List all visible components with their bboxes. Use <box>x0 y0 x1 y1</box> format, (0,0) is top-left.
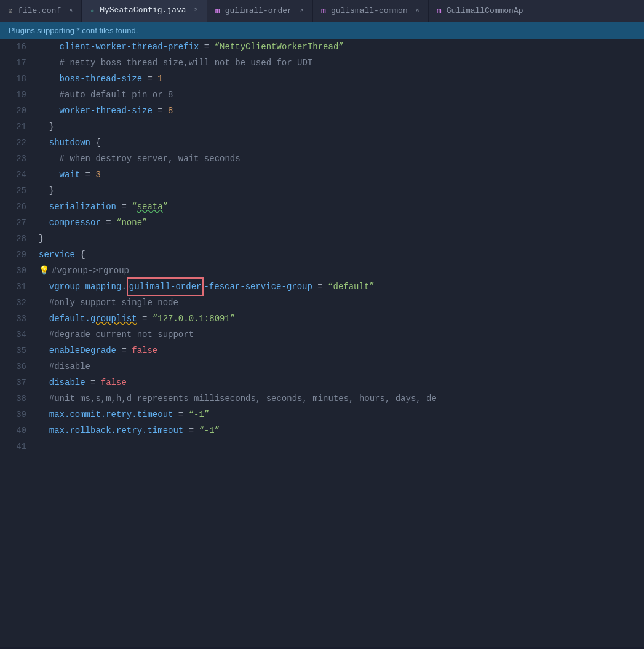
code-text: #auto default pin <box>39 87 153 103</box>
code-text: = <box>199 39 214 55</box>
code-line-27: compressor = “none” <box>34 215 644 231</box>
line-num-16: 16 <box>0 39 26 55</box>
code-text: 1 <box>157 71 162 87</box>
plugin-banner: Plugins supporting *.conf files found. <box>0 22 644 39</box>
tab-file-conf[interactable]: 🗎 file.conf × <box>0 0 82 22</box>
line-num-20: 20 <box>0 103 26 119</box>
code-area[interactable]: client-worker-thread-prefix = “NettyClie… <box>34 39 644 647</box>
m-icon-order: m <box>213 7 222 15</box>
code-text: “default” <box>328 279 375 295</box>
tab-label: gulimall-order <box>225 6 292 15</box>
line-num-38: 38 <box>0 391 26 407</box>
editor: 16 17 18 19 20 21 22 23 24 25 26 27 28 2… <box>0 39 644 647</box>
code-text: “NettyClientWorkerThread” <box>215 39 344 55</box>
tab-myseata-config[interactable]: ☕ MySeataConfig.java × <box>82 0 207 22</box>
code-text: boss-thread-size <box>39 71 142 87</box>
code-text: # when destroy server, wait seconds <box>39 151 241 167</box>
tab-label: GulimallCommonAp <box>447 6 523 15</box>
tab-close-gulimall-order[interactable]: × <box>298 7 306 15</box>
code-line-26: serialization = “seata” <box>34 199 644 215</box>
tab-bar: 🗎 file.conf × ☕ MySeataConfig.java × m g… <box>0 0 644 22</box>
line-num-23: 23 <box>0 151 26 167</box>
tab-label: file.conf <box>18 6 61 15</box>
code-text: “none” <box>116 215 147 231</box>
code-text <box>39 439 44 455</box>
code-line-37: disable = false <box>34 375 644 391</box>
code-text: client-worker-thread-prefix <box>39 39 199 55</box>
code-text: #only support single node <box>39 295 178 311</box>
code-text: shutdown <box>39 135 95 151</box>
code-text: -fescar-service-group <box>204 279 312 295</box>
tab-gulimall-common-app[interactable]: m GulimallCommonAp <box>429 0 530 22</box>
code-text: = <box>116 343 132 359</box>
code-text: = <box>137 311 153 327</box>
line-num-31: 31 <box>0 279 26 295</box>
code-line-25: } <box>34 183 644 199</box>
line-num-32: 32 <box>0 295 26 311</box>
code-text: #disable <box>39 359 90 375</box>
code-text: max.rollback.retry.timeout <box>39 423 183 439</box>
code-text: = <box>85 375 101 391</box>
code-text: enableDegrade <box>39 343 116 359</box>
code-text: = <box>183 423 199 439</box>
code-text: #unit ms,s,m,h,d represents milliseconds… <box>39 391 437 407</box>
code-line-39: max.commit.retry.timeout = “-1” <box>34 407 644 423</box>
code-text: “-1” <box>189 407 210 423</box>
code-line-36: #disable <box>34 359 644 375</box>
tab-close-myseata-config[interactable]: × <box>192 6 201 15</box>
code-line-29: service { <box>34 247 644 263</box>
code-text: { <box>95 135 100 151</box>
line-num-26: 26 <box>0 199 26 215</box>
line-num-34: 34 <box>0 327 26 343</box>
code-line-35: enableDegrade = false <box>34 343 644 359</box>
code-line-34: #degrade current not support <box>34 327 644 343</box>
file-icon: 🗎 <box>6 7 15 15</box>
line-num-30: 30 <box>0 263 26 279</box>
plugin-banner-text: Plugins supporting *.conf files found. <box>9 26 138 35</box>
code-text: 8 <box>163 87 173 103</box>
tab-label: MySeataConfig.java <box>100 6 186 15</box>
code-text: #vgroup->rgroup <box>52 263 129 279</box>
code-text: { <box>80 247 85 263</box>
code-text: = <box>80 167 95 183</box>
line-num-33: 33 <box>0 311 26 327</box>
code-line-40: max.rollback.retry.timeout = “-1” <box>34 423 644 439</box>
line-num-41: 41 <box>0 439 26 455</box>
code-text: = <box>101 215 116 231</box>
java-icon: ☕ <box>88 6 97 15</box>
tab-label: gulismall-common <box>331 6 408 15</box>
line-num-40: 40 <box>0 423 26 439</box>
code-line-30: 💡 #vgroup->rgroup <box>34 263 644 279</box>
code-text: = <box>173 407 188 423</box>
line-num-18: 18 <box>0 71 26 87</box>
code-text: } <box>39 183 54 199</box>
code-text: = <box>153 103 168 119</box>
tab-close-file-conf[interactable]: × <box>66 7 75 15</box>
code-text: serialization <box>39 199 116 215</box>
code-text: false <box>132 343 157 359</box>
code-line-17: # netty boss thread size,will not be use… <box>34 55 644 71</box>
code-text: “127.0.0.1:8091” <box>153 311 235 327</box>
highlighted-gulimall-order: gulimall-order <box>127 277 204 296</box>
tab-gulimall-order[interactable]: m gulimall-order × <box>207 0 313 22</box>
code-line-38: #unit ms,s,m,h,d represents milliseconds… <box>34 391 644 407</box>
code-line-32: #only support single node <box>34 295 644 311</box>
line-num-25: 25 <box>0 183 26 199</box>
code-line-28: } <box>34 231 644 247</box>
code-text: = <box>116 199 132 215</box>
line-num-17: 17 <box>0 55 26 71</box>
code-text: = <box>142 71 157 87</box>
tab-close-gulismall-common[interactable]: × <box>413 7 422 15</box>
code-text: compressor <box>39 215 101 231</box>
code-text: } <box>39 119 54 135</box>
code-text: false <box>101 375 127 391</box>
code-line-16: client-worker-thread-prefix = “NettyClie… <box>34 39 644 55</box>
code-text: # netty boss thread size,will not be use… <box>39 55 312 71</box>
code-text: worker-thread-size <box>39 103 153 119</box>
line-num-19: 19 <box>0 87 26 103</box>
line-num-24: 24 <box>0 167 26 183</box>
code-text: disable <box>39 375 85 391</box>
code-text: wait <box>39 167 80 183</box>
tab-gulismall-common[interactable]: m gulismall-common × <box>313 0 429 22</box>
code-line-20: worker-thread-size = 8 <box>34 103 644 119</box>
